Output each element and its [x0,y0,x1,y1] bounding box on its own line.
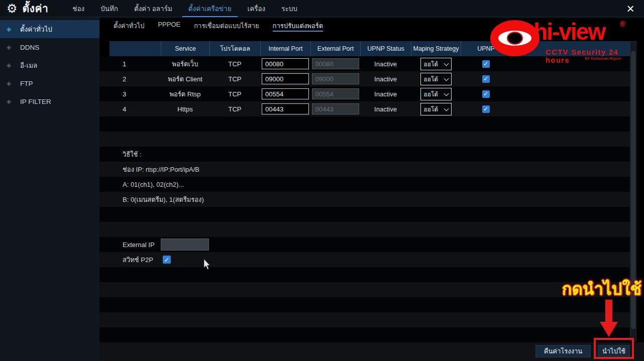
menu-item-alarm[interactable]: ตั้งค่า อลาร์ม [128,0,178,17]
internal-port-input[interactable] [262,103,309,114]
upnp-checkbox[interactable]: ✓ [482,75,490,83]
header-internal-port: Internal Port [260,41,310,56]
annotation-press-apply: กดนำไปใช้ [562,276,641,302]
upnp-checkbox[interactable]: ✓ [482,105,490,113]
external-port-input [312,58,359,69]
row-index: 2 [110,71,161,86]
header-upnp-status: UPNP Status [360,41,411,56]
sidebar: ◈ ตั้งค่าทั่วไป ◈ DDNS ◈ อี-เมล ◈ FTP ◈ … [0,18,99,361]
upnp-status-cell: Inactive [360,71,411,86]
maping-strategy-dropdown[interactable]: ออโต้ [420,58,452,70]
sidebar-item-email[interactable]: ◈ อี-เมล [0,56,99,74]
protocol-cell: TCP [209,56,260,71]
service-cell: พอร์ต Rtsp [161,86,209,101]
header-index [110,41,161,56]
sidebar-item-label: ตั้งค่าทั่วไป [20,24,52,35]
logo-tagline: CCTV Security 24 hours [546,48,644,64]
sidebar-item-label: DDNS [20,44,39,51]
maping-strategy-dropdown[interactable]: ออโต้ [420,88,452,100]
tab-port-config[interactable]: การปรับแต่งพอร์ต [273,18,324,32]
chevron-down-icon [444,76,449,81]
help-line-b: B: 0(เมนสตรีม), 1(สตรีมรอง) [123,192,474,207]
diamond-icon: ◈ [7,44,13,51]
main-menu: ช่อง บันทึก ตั้งค่า อลาร์ม ตั้งค่าเครือข… [66,0,303,17]
window-title: ตั้งค่า [23,0,49,17]
menu-item-record[interactable]: บันทึก [94,0,124,17]
tab-wireless[interactable]: การเชื่อมต่อแบบไร้สาย [194,18,259,32]
upnp-status-cell: Inactive [360,101,411,116]
external-port-input [312,88,359,99]
header-service: Service [161,41,209,56]
logo-subtext: BY Technician Report [585,57,621,60]
header-protocol: โปรโตคอล [209,41,260,56]
table-row: 4 Https TCP Inactive ออโต้ ✓ [110,101,635,116]
row-index: 4 [110,101,161,116]
menu-item-channel[interactable]: ช่อง [66,0,90,17]
protocol-cell: TCP [209,101,260,116]
service-cell: Https [161,101,209,116]
internal-port-input[interactable] [262,58,309,69]
p2p-switch-label: สวิทช์ P2P [123,252,153,267]
chevron-down-icon [444,61,449,66]
p2p-checkbox[interactable]: ✓ [163,256,171,264]
sidebar-item-label: อี-เมล [20,60,37,71]
help-line-a: A: 01(ch1), 02(ch2)... [123,177,474,192]
arrow-down-icon [605,300,612,322]
menu-item-network[interactable]: ตั้งค่าเครือข่าย [182,0,238,17]
sidebar-item-ddns[interactable]: ◈ DDNS [0,38,99,56]
diamond-icon: ◈ [7,98,13,105]
sidebar-item-general[interactable]: ◈ ตั้งค่าทั่วไป [0,20,99,38]
maping-strategy-dropdown[interactable]: ออโต้ [420,73,452,85]
internal-port-input[interactable] [262,88,309,99]
help-title: วิธีใช้ : [123,147,474,162]
restore-defaults-button[interactable]: คืนค่าโรงงาน [535,345,591,357]
title-bar: ⚙ ตั้งค่า ช่อง บันทึก ตั้งค่า อลาร์ม ตั้… [0,0,644,18]
internal-port-input[interactable] [262,73,309,84]
mouse-cursor [203,259,211,270]
table-row: 3 พอร์ต Rtsp TCP Inactive ออโต้ ✓ [110,86,635,101]
tab-bar: ตั้งค่าทั่วไป PPPOE การเชื่อมต่อแบบไร้สา… [114,18,323,32]
chevron-down-icon [444,91,449,96]
upnp-checkbox[interactable]: ✓ [482,90,490,98]
app-window: ⚙ ตั้งค่า ช่อง บันทึก ตั้งค่า อลาร์ม ตั้… [0,0,644,361]
external-ip-label: External IP [123,237,155,252]
menu-item-device[interactable]: เครื่อง [242,0,272,17]
row-index: 3 [110,86,161,101]
external-ip-input[interactable] [161,238,209,251]
service-cell: พอร์ต Client [161,71,209,86]
upnp-checkbox[interactable]: ✓ [482,60,490,68]
sidebar-item-ipfilter[interactable]: ◈ IP FILTER [0,92,99,110]
table-row: 2 พอร์ต Client TCP Inactive ออโต้ ✓ [110,71,635,86]
tab-general[interactable]: ตั้งค่าทั่วไป [114,18,144,32]
registered-mark: ® [620,20,625,28]
help-rtsp-url: ช่อง IP: rtsp://IP:Port/ipA/B [123,162,474,177]
annotation-highlight-box [594,338,634,359]
upnp-status-cell: Inactive [360,86,411,101]
menu-item-system[interactable]: ระบบ [275,0,303,17]
row-index: 1 [110,56,161,71]
diamond-icon: ◈ [7,62,13,69]
diamond-icon: ◈ [7,80,13,87]
chevron-down-icon [444,106,449,111]
tab-pppoe[interactable]: PPPOE [158,18,180,32]
sidebar-item-ftp[interactable]: ◈ FTP [0,74,99,92]
service-cell: พอร์ตเว็บ [161,56,209,71]
external-port-input [312,73,359,84]
protocol-cell: TCP [209,86,260,101]
diamond-icon: ◈ [7,26,13,33]
arrow-down-icon [600,322,618,337]
header-external-port: External Port [310,41,360,56]
protocol-cell: TCP [209,71,260,86]
upnp-status-cell: Inactive [360,56,411,71]
hiview-brand-text: hi-view [533,20,605,43]
header-maping-strategy: Maping Strategy [411,41,461,56]
sidebar-item-label: FTP [20,80,33,87]
close-icon[interactable]: × [623,0,638,18]
gear-icon: ⚙ [7,3,18,15]
hiview-eye-logo-icon [490,20,540,56]
sidebar-item-label: IP FILTER [20,98,51,105]
maping-strategy-dropdown[interactable]: ออโต้ [420,103,452,115]
external-port-input [312,103,359,114]
